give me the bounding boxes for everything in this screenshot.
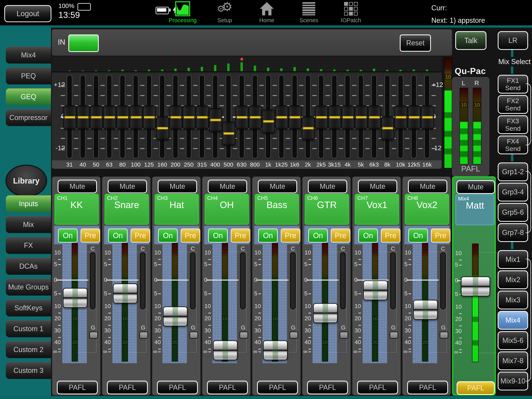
geq-band-fader-2k5[interactable] xyxy=(315,105,328,129)
geq-band-fader-40[interactable] xyxy=(77,105,89,129)
geq-band-fader-1k6[interactable] xyxy=(289,105,301,129)
logout-button[interactable]: Logout xyxy=(4,5,51,22)
mute-button[interactable]: Mute xyxy=(456,180,495,194)
channel-name-box[interactable]: CH6GTR xyxy=(305,194,349,225)
channel-name-box[interactable]: CH2Snare xyxy=(105,194,149,225)
nav-setup[interactable]: ⚙⚙Setup xyxy=(210,1,239,25)
nav-iopatch[interactable]: IOPatch xyxy=(336,1,366,25)
mix-select-mix4[interactable]: Mix4 xyxy=(498,311,528,330)
fader-handle[interactable] xyxy=(263,340,288,360)
pafl-button[interactable]: PAFL xyxy=(457,381,495,395)
nav-processing[interactable]: Processing xyxy=(168,1,197,25)
geq-band-fader-63[interactable] xyxy=(103,105,116,129)
mix-select-fx2-send[interactable]: FX2Send xyxy=(498,95,528,114)
pre-button[interactable]: Pre xyxy=(181,229,200,243)
channel-name-box[interactable]: CH5Bass xyxy=(255,194,299,225)
geq-band-fader-50[interactable] xyxy=(90,105,103,129)
mix-select-grp5-6[interactable]: Grp5-6 xyxy=(498,203,528,222)
geq-band-fader-31[interactable] xyxy=(63,105,76,129)
geq-band-fader-1k[interactable] xyxy=(262,109,275,133)
geq-band-fader-100[interactable] xyxy=(130,105,143,129)
pan-slider[interactable] xyxy=(440,252,446,309)
mute-button[interactable]: Mute xyxy=(408,180,447,193)
mix-select-mix9-10[interactable]: Mix9-10 xyxy=(498,372,528,390)
pafl-button[interactable]: PAFL xyxy=(207,381,248,394)
pafl-button[interactable]: PAFL xyxy=(57,381,98,394)
sidebar-item-mix[interactable]: Mix xyxy=(6,216,51,233)
geq-band-fader-3k15[interactable] xyxy=(328,105,341,129)
pre-button[interactable]: Pre xyxy=(381,229,400,243)
pafl-button[interactable]: PAFL xyxy=(357,381,398,394)
pafl-button[interactable]: PAFL xyxy=(257,381,298,394)
pan-slider[interactable] xyxy=(190,252,196,309)
fader-handle[interactable] xyxy=(461,277,490,296)
sidebar-item-custom-3[interactable]: Custom 3 xyxy=(6,362,51,379)
geq-band-fader-400[interactable] xyxy=(209,108,222,132)
mute-button[interactable]: Mute xyxy=(308,180,347,193)
geq-band-fader-250[interactable] xyxy=(183,105,196,129)
mute-button[interactable]: Mute xyxy=(358,180,397,193)
mix-select-grp7-8[interactable]: Grp7-8 xyxy=(498,223,528,242)
pan-slider[interactable] xyxy=(290,252,296,309)
geq-band-fader-12k5[interactable] xyxy=(408,105,421,129)
talk-button[interactable]: Talk xyxy=(455,31,487,50)
pan-slider[interactable] xyxy=(140,252,146,309)
sidebar-tab-geq[interactable]: GEQ xyxy=(6,88,51,105)
mix-select-mix2[interactable]: Mix2 xyxy=(498,270,528,289)
sidebar-item-dcas[interactable]: DCAs xyxy=(6,258,51,275)
pafl-button[interactable]: PAFL xyxy=(307,381,348,394)
pre-button[interactable]: Pre xyxy=(431,229,450,243)
mix-select-mix1[interactable]: Mix1 xyxy=(498,250,528,269)
fader-handle[interactable] xyxy=(413,300,438,320)
sidebar-item-custom-2[interactable]: Custom 2 xyxy=(6,341,51,358)
sidebar-tab-peq[interactable]: PEQ xyxy=(6,67,51,84)
pre-button[interactable]: Pre xyxy=(131,229,150,243)
sidebar-tab-compressor[interactable]: Compressor xyxy=(6,109,51,126)
geq-band-fader-200[interactable] xyxy=(169,105,182,129)
geq-band-fader-10k[interactable] xyxy=(394,105,407,129)
channel-name-box[interactable]: CH1KK xyxy=(55,194,99,225)
mix-select-mix5-6[interactable]: Mix5-6 xyxy=(498,331,528,350)
pre-button[interactable]: Pre xyxy=(81,229,100,243)
mute-button[interactable]: Mute xyxy=(58,180,97,193)
sidebar-item-fx[interactable]: FX xyxy=(6,237,51,254)
geq-band-fader-6k3[interactable] xyxy=(368,105,381,129)
pre-button[interactable]: Pre xyxy=(331,229,350,243)
geq-band-fader-500[interactable] xyxy=(222,122,235,145)
channel-name-box[interactable]: CH7Vox1 xyxy=(355,194,399,225)
pafl-button[interactable]: PAFL xyxy=(107,381,148,394)
geq-reset-button[interactable]: Reset xyxy=(400,34,431,52)
channel-name-box[interactable]: CH3Hat xyxy=(155,194,199,225)
sidebar-item-softkeys[interactable]: SoftKeys xyxy=(6,299,51,316)
sidebar-item-custom-1[interactable]: Custom 1 xyxy=(6,320,51,337)
fader-handle[interactable] xyxy=(113,283,138,303)
mix-select-fx4-send[interactable]: FX4Send xyxy=(498,135,528,154)
channel-name-box[interactable]: CH4OH xyxy=(205,194,249,225)
nav-home[interactable]: Home xyxy=(252,1,281,25)
geq-in-toggle[interactable] xyxy=(68,34,99,52)
fader-handle[interactable] xyxy=(363,280,388,300)
geq-band-fader-315[interactable] xyxy=(196,105,209,129)
mix-select-mix7-8[interactable]: Mix7-8 xyxy=(498,351,528,370)
pan-slider[interactable] xyxy=(340,252,346,309)
pan-slider[interactable] xyxy=(240,252,246,309)
geq-band-fader-4k[interactable] xyxy=(342,105,355,129)
library-button[interactable]: Library xyxy=(6,165,47,197)
lr-select-button[interactable]: LR xyxy=(498,31,528,50)
geq-band-fader-800[interactable] xyxy=(249,105,262,129)
geq-band-fader-125[interactable] xyxy=(143,105,156,129)
mix-select-grp1-2[interactable]: Grp1-2 xyxy=(498,162,528,181)
mix-select-fx1-send[interactable]: FX1Send xyxy=(498,75,528,94)
channel-name-box[interactable]: CH8Vox2 xyxy=(405,194,449,225)
mute-button[interactable]: Mute xyxy=(108,180,147,193)
fader-handle[interactable] xyxy=(213,340,238,360)
sidebar-item-mute-groups[interactable]: Mute Groups xyxy=(6,279,51,296)
geq-band-fader-16k[interactable] xyxy=(421,105,434,129)
mute-button[interactable]: Mute xyxy=(208,180,247,193)
pre-button[interactable]: Pre xyxy=(281,229,300,243)
mix-select-fx3-send[interactable]: FX3Send xyxy=(498,115,528,134)
pafl-button[interactable]: PAFL xyxy=(157,381,198,394)
sidebar-item-inputs[interactable]: Inputs xyxy=(6,195,51,212)
mute-button[interactable]: Mute xyxy=(158,180,197,193)
mix-select-mix3[interactable]: Mix3 xyxy=(498,291,528,309)
